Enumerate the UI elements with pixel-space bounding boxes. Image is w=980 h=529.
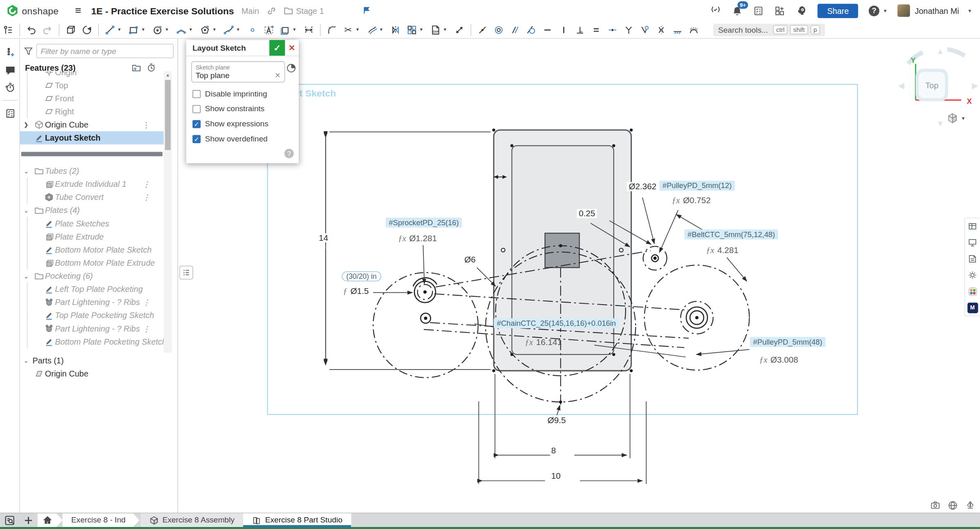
pattern-tool-icon[interactable] — [404, 22, 420, 37]
coincident-constraint-icon[interactable] — [474, 22, 491, 37]
feature-tree-item[interactable]: Tube Convert⋮ — [20, 191, 164, 204]
display-states-icon[interactable] — [965, 234, 980, 251]
feature-tree-item[interactable]: Right — [20, 105, 164, 118]
tree-chevron-icon[interactable]: ❯ — [24, 121, 32, 128]
fix-constraint-icon[interactable] — [669, 22, 686, 37]
comments-icon[interactable] — [0, 61, 20, 79]
sketch-flyout-button[interactable] — [179, 266, 193, 280]
rotate-left-arrow[interactable]: ◀ — [898, 81, 904, 90]
spline-tool-icon[interactable] — [221, 22, 237, 37]
tree-chevron-icon[interactable]: ⌄ — [24, 357, 32, 363]
paste-sketch-icon[interactable] — [63, 22, 79, 37]
pierce-constraint-icon[interactable] — [637, 22, 653, 37]
label-belt-ctc[interactable]: #BeltCTC_5mm(75,12,48) — [685, 229, 778, 239]
spline-tool-icon-dropdown[interactable]: ▾ — [237, 27, 244, 33]
feature-tree-item[interactable]: Extrude Individual 1⋮ — [20, 177, 164, 191]
fillet-tool-icon[interactable] — [324, 22, 340, 37]
render-studio-app-icon[interactable] — [965, 283, 980, 300]
dialog-help-icon[interactable]: ? — [284, 149, 294, 158]
feature-tree-item[interactable]: ❯Origin Cube⋮ — [20, 118, 164, 131]
label-pulley12-pd[interactable]: #PulleyPD_5mm(12) — [659, 181, 735, 191]
label-sprocket-pd[interactable]: #SprocketPD_25(16) — [386, 217, 462, 227]
checkbox-box[interactable] — [192, 90, 201, 98]
feature-menu-dots-icon[interactable]: ⋮ — [143, 324, 150, 333]
tab-exercise-8-ind[interactable]: Exercise 8 - Ind — [63, 513, 139, 527]
workspace-name[interactable]: Stage 1 — [296, 6, 324, 16]
feature-menu-dots-icon[interactable]: ⋮ — [143, 193, 150, 202]
fx-chain-value[interactable]: ƒx16.141 — [525, 338, 562, 347]
revolve-icon[interactable] — [79, 22, 95, 37]
normal-constraint-icon[interactable] — [621, 22, 637, 37]
polygon-tool-icon-dropdown[interactable]: ▾ — [213, 27, 220, 33]
line-tool-icon[interactable] — [102, 22, 118, 37]
feature-tree-item[interactable]: Top — [20, 79, 164, 92]
filter-input[interactable] — [36, 44, 174, 58]
feature-tree-item[interactable]: ⌄Tubes (2) — [20, 164, 164, 177]
hamburger-menu-icon[interactable]: ≡ — [75, 4, 81, 17]
rotate-down-arrow[interactable]: ▼ — [936, 119, 944, 128]
tree-chevron-icon[interactable]: ⌄ — [24, 168, 32, 174]
view-options-button[interactable]: ▾ — [947, 112, 965, 124]
feature-tree-item[interactable]: Origin Cube — [20, 367, 178, 380]
checkbox-show-constraints[interactable]: Show constraints — [186, 101, 299, 117]
checkbox-disable-imprinting[interactable]: Disable imprinting — [186, 86, 299, 101]
onshape-logo[interactable]: onshape — [0, 4, 59, 17]
vertical-constraint-icon[interactable] — [556, 22, 572, 37]
custom-tables-icon[interactable] — [0, 104, 20, 122]
text-tool-icon[interactable] — [261, 22, 277, 37]
checkbox-box[interactable] — [192, 105, 201, 113]
feature-tree-scrollbar[interactable]: ▲ — [164, 71, 172, 352]
fx-belt-value[interactable]: ƒx4.281 — [706, 246, 738, 256]
rotate-right-arrow[interactable]: ▶ — [972, 81, 978, 90]
trim-tool-icon-dropdown[interactable]: ▾ — [356, 27, 364, 33]
search-tabs-icon[interactable] — [0, 513, 19, 527]
tasks-icon[interactable] — [753, 5, 764, 16]
rectangle-tool-icon-dropdown[interactable]: ▾ — [142, 27, 149, 33]
perpendicular-constraint-icon[interactable] — [572, 22, 588, 37]
help-caret-icon[interactable]: ▾ — [884, 7, 887, 13]
feature-menu-dots-icon[interactable]: ⋮ — [143, 298, 150, 307]
dim-10[interactable]: 10 — [549, 471, 562, 481]
feature-menu-dots-icon[interactable]: ⋮ — [143, 120, 150, 129]
tab-exercise-8-part-studio[interactable]: Exercise 8 Part Studio — [243, 513, 351, 527]
scrollbar-thumb[interactable] — [165, 80, 171, 150]
app-store-icon[interactable] — [774, 5, 785, 16]
feature-tree-item[interactable]: Plate Sketches — [20, 217, 164, 230]
new-tab-button[interactable] — [19, 513, 38, 527]
learning-center-icon[interactable] — [796, 5, 807, 16]
dxf-import-icon-dropdown[interactable]: ▾ — [444, 27, 451, 33]
mirror-tool-icon[interactable] — [387, 22, 404, 37]
parallel-constraint-icon[interactable] — [507, 22, 523, 37]
symmetric-constraint-icon[interactable] — [653, 22, 669, 37]
label-pulley48-pd[interactable]: #PulleyPD_5mm(48) — [750, 337, 826, 347]
feature-tree-item[interactable]: Plate Extrude — [20, 230, 164, 243]
feature-list-toggle-icon[interactable] — [0, 22, 16, 37]
concentric-constraint-icon[interactable] — [491, 22, 507, 37]
sketch-timer-icon[interactable] — [286, 63, 296, 73]
configurations-icon[interactable] — [965, 267, 980, 283]
undo-icon[interactable] — [23, 22, 40, 37]
filter-icon[interactable] — [24, 46, 33, 56]
use-convert-tool-icon-dropdown[interactable]: ▾ — [293, 27, 300, 33]
fx-pulley48-value[interactable]: ƒxØ3.008 — [759, 355, 798, 365]
use-convert-tool-icon[interactable] — [277, 22, 293, 37]
arc-tool-icon-dropdown[interactable]: ▾ — [189, 27, 197, 33]
search-tools-box[interactable]: Search tools... ctrl shift p — [713, 23, 825, 36]
follow-flag-icon[interactable] — [363, 6, 371, 15]
dimension-tool-icon[interactable] — [301, 22, 317, 37]
tree-chevron-icon[interactable]: ⌄ — [24, 273, 32, 279]
measure-icon[interactable] — [451, 22, 468, 37]
circle-tool-icon[interactable] — [150, 22, 166, 37]
dim-8[interactable]: 8 — [549, 446, 558, 455]
notifications-bell-icon[interactable]: 9+ — [732, 5, 743, 16]
offset-tool-icon[interactable] — [364, 22, 380, 37]
label-chain-ctc[interactable]: #ChainCTC_25(145,16,16)+0.016in — [494, 318, 619, 328]
user-name[interactable]: Jonathan Mi — [915, 6, 959, 16]
bom-table-icon[interactable] — [965, 218, 980, 235]
fx-sprocket-value[interactable]: ƒxØ1.281 — [398, 234, 437, 244]
tab-exercise-8-assembly[interactable]: Exercise 8 Assembly — [141, 513, 243, 527]
feature-tree-item[interactable]: Bottom Plate Pocketing Sketch — [20, 335, 164, 348]
clear-selection-icon[interactable]: ✕ — [275, 71, 281, 79]
feature-menu-dots-icon[interactable]: ⋮ — [143, 180, 150, 188]
share-button[interactable]: Share — [818, 3, 858, 18]
